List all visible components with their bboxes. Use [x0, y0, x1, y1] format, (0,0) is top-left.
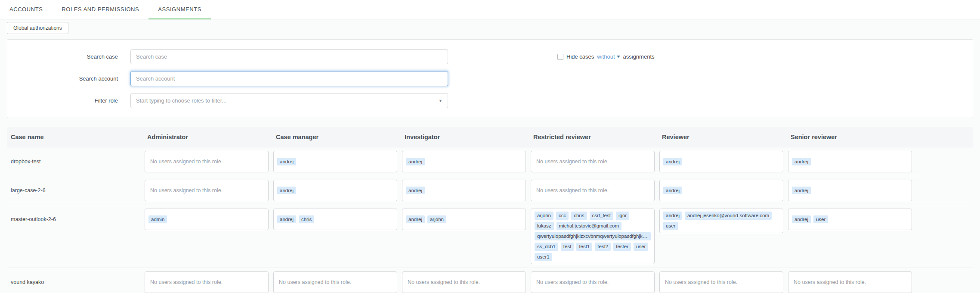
table-body: dropbox-testNo users assigned to this ro… — [7, 147, 973, 293]
role-cell: andrej — [659, 151, 783, 172]
user-assignment-box[interactable]: andrej — [659, 151, 783, 172]
user-tag[interactable]: ccc — [556, 212, 569, 220]
role-cell: andrejchris — [273, 209, 397, 230]
user-tag[interactable]: chris — [571, 212, 587, 220]
user-assignment-box[interactable]: andrejuser — [788, 209, 912, 230]
user-assignment-box[interactable]: andrej — [788, 151, 912, 172]
table-row: dropbox-testNo users assigned to this ro… — [7, 147, 973, 176]
user-tag[interactable]: arjohn — [535, 212, 553, 220]
user-assignment-box[interactable]: arjohncccchriscsrf_testigorlukaszmichal.… — [531, 209, 655, 264]
user-assignment-box[interactable]: No users assigned to this role. — [145, 151, 269, 172]
user-tag[interactable]: test2 — [595, 243, 611, 251]
user-assignment-box[interactable]: andrejandrej.jesenko@vound-software.comu… — [659, 209, 783, 233]
user-tag[interactable]: test — [561, 243, 574, 251]
user-assignment-box[interactable]: No users assigned to this role. — [273, 271, 397, 293]
user-tag[interactable]: andrej.jesenko@vound-software.com — [685, 212, 772, 220]
tab-accounts[interactable]: ACCOUNTS — [0, 0, 52, 19]
tab-assignments[interactable]: ASSIGNMENTS — [148, 0, 211, 19]
user-assignment-box[interactable]: andrejarjohn — [402, 209, 526, 230]
case-name: vound kayako — [7, 271, 140, 293]
search-account-row: Search account — [7, 71, 973, 86]
user-assignment-box[interactable]: No users assigned to this role. — [659, 271, 783, 293]
empty-role-placeholder: No users assigned to this role. — [277, 279, 351, 285]
user-tag[interactable]: chris — [299, 215, 314, 224]
user-assignment-box[interactable]: andrej — [273, 151, 397, 172]
global-authorizations-button[interactable]: Global authorizations — [7, 22, 68, 34]
table-row: vound kayakoNo users assigned to this ro… — [7, 268, 973, 293]
column-header-case-manager: Case manager — [273, 134, 397, 140]
user-assignment-box[interactable]: No users assigned to this role. — [531, 180, 655, 201]
role-cell: No users assigned to this role. — [531, 151, 655, 172]
user-tag[interactable]: user — [813, 215, 828, 224]
user-tag[interactable]: user — [663, 222, 678, 230]
user-assignment-box[interactable]: andrej — [273, 180, 397, 201]
role-cell: andrejuser — [788, 209, 912, 230]
user-tag[interactable]: andrej — [792, 187, 811, 195]
hide-cases-mode-value: without — [597, 53, 615, 60]
user-assignment-box[interactable]: No users assigned to this role. — [402, 271, 526, 293]
user-tag[interactable]: andrej — [663, 187, 682, 195]
filter-role-placeholder: Start typing to choose roles to filter..… — [136, 97, 226, 104]
user-tag[interactable]: ss_dcb1 — [535, 243, 558, 251]
chevron-down-icon: ▼ — [439, 99, 442, 103]
hide-cases-checkbox[interactable] — [557, 54, 563, 60]
user-assignment-box[interactable]: No users assigned to this role. — [788, 271, 912, 293]
hide-cases-mode-dropdown[interactable]: without — [597, 53, 620, 60]
user-assignment-box[interactable]: No users assigned to this role. — [145, 271, 269, 293]
tab-bar: ACCOUNTS ROLES AND PERMISSIONS ASSIGNMEN… — [0, 0, 980, 19]
assignments-page: ACCOUNTS ROLES AND PERMISSIONS ASSIGNMEN… — [0, 0, 980, 293]
user-tag[interactable]: test1 — [576, 243, 592, 251]
role-cell: No users assigned to this role. — [659, 271, 783, 293]
user-assignment-box[interactable]: andrej — [402, 151, 526, 172]
case-name: dropbox-test — [7, 151, 140, 172]
search-case-input[interactable] — [130, 49, 448, 64]
search-account-input[interactable] — [130, 71, 448, 86]
user-assignment-box[interactable]: No users assigned to this role. — [531, 151, 655, 172]
role-cell: andrejandrej.jesenko@vound-software.comu… — [659, 209, 783, 233]
role-cell: andrej — [659, 180, 783, 201]
user-assignment-box[interactable]: andrej — [659, 180, 783, 201]
assignments-table: Case nameAdministratorCase managerInvest… — [7, 127, 973, 293]
empty-role-placeholder: No users assigned to this role. — [148, 187, 223, 193]
user-assignment-box[interactable]: andrejchris — [273, 209, 397, 230]
user-tag[interactable]: user1 — [535, 253, 552, 261]
user-tag[interactable]: qwertyuiopasdfghjklzxcvbnmqwertyuiopasdf… — [535, 232, 651, 240]
role-cell: andrej — [788, 151, 912, 172]
empty-role-placeholder: No users assigned to this role. — [535, 187, 609, 193]
role-cell: No users assigned to this role. — [788, 271, 912, 293]
user-tag[interactable]: tester — [613, 243, 631, 251]
user-tag[interactable]: andrej — [406, 215, 425, 224]
user-tag[interactable]: user — [634, 243, 648, 251]
user-assignment-box[interactable]: No users assigned to this role. — [145, 180, 269, 201]
column-header-senior-reviewer: Senior reviewer — [788, 134, 912, 140]
filter-role-select[interactable]: Start typing to choose roles to filter..… — [130, 93, 448, 108]
user-tag[interactable]: csrf_test — [590, 212, 613, 220]
user-assignment-box[interactable]: andrej — [402, 180, 526, 201]
user-tag[interactable]: andrej — [663, 212, 682, 220]
user-tag[interactable]: andrej — [277, 187, 296, 195]
user-assignment-box[interactable]: admin — [145, 209, 269, 230]
user-assignment-box[interactable]: andrej — [788, 180, 912, 201]
user-tag[interactable]: michal.testovic@gmail.com — [556, 222, 622, 230]
search-case-row: Search case Hide cases without assignmen… — [7, 49, 973, 64]
user-tag[interactable]: lukasz — [535, 222, 554, 230]
user-tag[interactable]: andrej — [277, 215, 296, 224]
role-cell: No users assigned to this role. — [145, 180, 269, 201]
empty-role-placeholder: No users assigned to this role. — [406, 279, 480, 285]
role-cell: No users assigned to this role. — [145, 151, 269, 172]
user-tag[interactable]: andrej — [792, 158, 811, 166]
user-tag[interactable]: arjohn — [427, 215, 446, 224]
hide-cases-suffix: assignments — [623, 53, 655, 60]
user-assignment-box[interactable]: No users assigned to this role. — [531, 271, 655, 293]
user-tag[interactable]: andrej — [406, 158, 425, 166]
user-tag[interactable]: igor — [616, 212, 629, 220]
role-cell: andrejarjohn — [402, 209, 526, 230]
tab-roles-and-permissions[interactable]: ROLES AND PERMISSIONS — [52, 0, 148, 19]
user-tag[interactable]: admin — [148, 215, 167, 224]
user-tag[interactable]: andrej — [406, 187, 425, 195]
user-tag[interactable]: andrej — [277, 158, 296, 166]
empty-role-placeholder: No users assigned to this role. — [148, 279, 223, 285]
user-tag[interactable]: andrej — [792, 215, 811, 224]
empty-role-placeholder: No users assigned to this role. — [663, 279, 737, 285]
user-tag[interactable]: andrej — [663, 158, 682, 166]
